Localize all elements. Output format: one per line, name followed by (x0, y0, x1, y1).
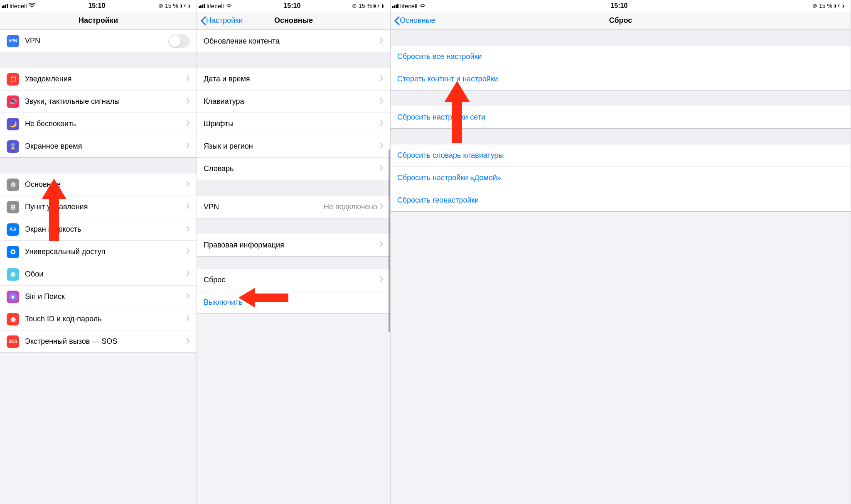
chevron-right-icon (380, 203, 384, 211)
row-content-update[interactable]: Обновление контента (197, 30, 390, 52)
row-siri[interactable]: ● Siri и Поиск (0, 286, 197, 308)
row-label: Уведомления (25, 75, 186, 83)
row-label: Обновление контента (204, 37, 380, 46)
status-bar: lifecell 15:10 ⊘ 15 % ⚡︎ (391, 0, 851, 12)
row-keyboard[interactable]: Клавиатура (197, 91, 390, 113)
battery-percent: 15 % (819, 2, 832, 9)
row-legal[interactable]: Правовая информация (197, 234, 390, 257)
chevron-right-icon (186, 142, 190, 151)
row-label: Звуки, тактильные сигналы (25, 97, 186, 106)
row-reset-network[interactable]: Сбросить настройки сети (391, 106, 851, 129)
row-touchid[interactable]: ◉ Touch ID и код-пароль (0, 308, 197, 330)
row-label: Экран и яркость (25, 225, 186, 234)
row-label: Пункт управления (25, 203, 186, 211)
back-button[interactable]: Основные (394, 16, 435, 25)
row-label: Siri и Поиск (25, 292, 186, 301)
navbar: Основные Сброс (391, 12, 851, 30)
orientation-lock-icon: ⊘ (158, 2, 163, 9)
page-title: Настройки (0, 16, 197, 25)
chevron-right-icon (380, 97, 384, 106)
row-general[interactable]: ⚙ Основные (0, 174, 197, 196)
carrier-label: lifecell (207, 2, 224, 10)
row-label: Сбросить настройки сети (397, 113, 844, 122)
sounds-icon: 🔊 (7, 95, 19, 108)
section-gap (197, 218, 390, 234)
screentime-icon: ⌛ (7, 140, 19, 153)
row-label: VPN (204, 203, 324, 211)
carrier-label: lifecell (10, 2, 27, 10)
scroll-indicator (389, 149, 390, 332)
row-reset-all[interactable]: Сбросить все настройки (391, 46, 851, 68)
back-button[interactable]: Настройки (200, 16, 243, 25)
row-shutdown[interactable]: Выключить (197, 291, 390, 314)
row-wallpaper[interactable]: ❀ Обои (0, 263, 197, 286)
row-label: Экранное время (25, 142, 186, 151)
chevron-right-icon (186, 292, 190, 301)
chevron-right-icon (380, 164, 384, 173)
chevron-right-icon (186, 180, 190, 189)
row-screentime[interactable]: ⌛ Экранное время (0, 135, 197, 158)
row-reset-home[interactable]: Сбросить настройки «Домой» (391, 167, 851, 189)
row-erase-all[interactable]: Стереть контент и настройки (391, 68, 851, 91)
vpn-toggle[interactable] (168, 34, 190, 48)
chevron-right-icon (186, 225, 190, 234)
row-label: Стереть контент и настройки (397, 75, 844, 83)
chevron-right-icon (186, 75, 190, 83)
orientation-lock-icon: ⊘ (812, 2, 817, 9)
row-control-center[interactable]: ⊞ Пункт управления (0, 196, 197, 218)
row-dictionary[interactable]: Словарь (197, 158, 390, 180)
chevron-right-icon (380, 75, 384, 83)
battery-percent: 15 % (359, 2, 372, 9)
status-bar: lifecell 15:10 ⊘ 15 % ⚡︎ (0, 0, 197, 12)
section-gap (197, 257, 390, 269)
status-time: 15:10 (35, 2, 158, 10)
chevron-right-icon (380, 37, 384, 46)
row-label: Язык и регион (204, 142, 380, 151)
row-label: Универсальный доступ (25, 247, 186, 256)
row-fonts[interactable]: Шрифты (197, 113, 390, 135)
row-label: Сбросить все настройки (397, 52, 844, 61)
row-sounds[interactable]: 🔊 Звуки, тактильные сигналы (0, 91, 197, 113)
charging-icon: ⚡︎ (837, 3, 841, 9)
display-icon: AA (7, 223, 19, 236)
settings-pane-3: lifecell 15:10 ⊘ 15 % ⚡︎ Основные Сброс … (391, 0, 851, 504)
charging-icon: ⚡︎ (377, 3, 380, 9)
row-label: Обои (25, 270, 186, 279)
settings-pane-1: lifecell 15:10 ⊘ 15 % ⚡︎ Настройки VPN V… (0, 0, 197, 504)
row-language[interactable]: Язык и регион (197, 135, 390, 158)
page-title: Сброс (391, 16, 851, 25)
navbar: Настройки (0, 12, 197, 30)
notifications-icon: ☐ (7, 73, 19, 86)
section-gap (197, 52, 390, 68)
row-accessibility[interactable]: ✪ Универсальный доступ (0, 241, 197, 263)
row-vpn[interactable]: VPN VPN (0, 30, 197, 52)
chevron-right-icon (186, 120, 190, 128)
wifi-icon (419, 2, 426, 10)
row-date-time[interactable]: Дата и время (197, 68, 390, 91)
row-detail: Не подключено (324, 203, 377, 211)
row-reset-keyboard-dict[interactable]: Сбросить словарь клавиатуры (391, 144, 851, 167)
status-time: 15:10 (426, 2, 812, 10)
chevron-right-icon (186, 270, 190, 279)
row-label: Основные (25, 180, 186, 189)
row-sos[interactable]: SOS Экстренный вызов — SOS (0, 330, 197, 353)
row-label: Сбросить словарь клавиатуры (397, 151, 844, 160)
row-display[interactable]: AA Экран и яркость (0, 218, 197, 241)
orientation-lock-icon: ⊘ (352, 2, 357, 9)
row-label: Не беспокоить (25, 120, 186, 128)
signal-icon (2, 4, 8, 8)
row-notifications[interactable]: ☐ Уведомления (0, 68, 197, 91)
dnd-icon: 🌙 (7, 118, 19, 130)
status-time: 15:10 (232, 2, 352, 10)
row-reset-location[interactable]: Сбросить геонастройки (391, 189, 851, 212)
row-dnd[interactable]: 🌙 Не беспокоить (0, 113, 197, 135)
row-reset[interactable]: Сброс (197, 269, 390, 291)
gear-icon: ⚙ (7, 179, 19, 191)
row-label: Шрифты (204, 120, 380, 128)
chevron-right-icon (380, 241, 384, 250)
back-label: Основные (400, 16, 435, 25)
accessibility-icon: ✪ (7, 246, 19, 258)
row-label: Правовая информация (204, 241, 380, 250)
row-vpn-status[interactable]: VPN Не подключено (197, 196, 390, 218)
wallpaper-icon: ❀ (7, 268, 19, 281)
